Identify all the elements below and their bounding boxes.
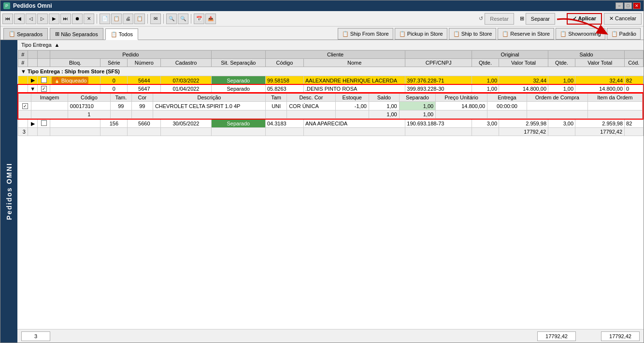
tab-todos[interactable]: 📋 Todos bbox=[105, 28, 138, 40]
row1-expand[interactable]: ▶ bbox=[28, 76, 37, 85]
nav-del-button[interactable]: ✕ bbox=[84, 14, 94, 24]
sub-data-row[interactable]: 00017310 99 99 CHEVROLET CELTA SPIRIT 1.… bbox=[19, 102, 643, 110]
row3-numero: 5660 bbox=[128, 119, 161, 128]
sub-row-ordem-compra bbox=[527, 102, 587, 110]
delivery-padrao[interactable]: 📋 Padrão bbox=[607, 28, 641, 40]
row3-cod: 82 bbox=[625, 119, 643, 128]
row2-checkbox[interactable] bbox=[41, 86, 47, 92]
delivery-ship-to-store[interactable]: 📋 Ship to Store bbox=[449, 28, 497, 40]
sub-totals-separado: 1,00 bbox=[399, 110, 435, 119]
delivery-showrooming[interactable]: 📋 Showrooming bbox=[556, 28, 605, 40]
table-row[interactable]: ▶ 🔥 Bloqueado 0 5644 07/03/2022 bbox=[18, 76, 643, 85]
row1-check[interactable] bbox=[38, 76, 50, 85]
row3-check[interactable] bbox=[38, 119, 50, 128]
sort-icon[interactable]: ▲ bbox=[55, 42, 60, 48]
zoom-out-icon[interactable]: 🔍 bbox=[178, 14, 188, 24]
sub-totals-spacer6 bbox=[266, 110, 287, 119]
table-row-expanded[interactable]: ▼ 0 5647 01/04/2022 Separado 05.8263 .DE… bbox=[18, 85, 643, 93]
status-bar: 3 17792,42 17792,42 bbox=[17, 329, 644, 343]
sub-row-check[interactable] bbox=[19, 102, 31, 110]
nav-prev-prev-button[interactable]: ◀ bbox=[14, 14, 25, 24]
row1-checkbox[interactable] bbox=[41, 77, 47, 83]
row2-sit: Separado bbox=[211, 85, 265, 93]
row3-checkbox[interactable] bbox=[41, 120, 47, 126]
row2-val-orig: 14.800,00 bbox=[499, 85, 548, 93]
export-icon[interactable]: 📤 bbox=[205, 14, 216, 24]
minimize-button[interactable]: − bbox=[615, 2, 623, 9]
delivery-pickup-in-store[interactable]: 📋 Pickup in Store bbox=[395, 28, 447, 40]
sub-totals-spacer12 bbox=[587, 110, 642, 119]
table-row[interactable]: ▶ 156 5660 30/05/2022 Separado 04.3183 A… bbox=[18, 119, 643, 128]
separate-icon: ⊞ bbox=[520, 15, 524, 22]
row3-cadastro: 30/05/2022 bbox=[161, 119, 212, 128]
row2-cadastro: 01/04/2022 bbox=[161, 85, 212, 93]
row3-qtd-saldo: 3,00 bbox=[548, 119, 575, 128]
th-qtd-saldo: Qtde. bbox=[548, 59, 575, 67]
zoom-in-icon[interactable]: 🔍 bbox=[166, 14, 177, 24]
sub-th-desc-cor: Desc. Cor bbox=[287, 94, 336, 102]
main-table: # Pedido Cliente Original Saldo bbox=[17, 50, 644, 136]
toolbar-separator-4 bbox=[191, 14, 191, 24]
tab-separados[interactable]: 📋 Separados bbox=[3, 28, 48, 40]
delivery-ship-from-store[interactable]: 📋 Ship From Store bbox=[338, 28, 393, 40]
sub-totals-spacer5 bbox=[153, 110, 265, 119]
nav-add-button[interactable]: ⏺ bbox=[72, 14, 83, 24]
separate-button[interactable]: Separar bbox=[526, 13, 555, 25]
delivery-reserve-in-store[interactable]: 📋 Reserve in Store bbox=[498, 28, 554, 40]
main-panel: Tipo Entrega ▲ bbox=[17, 40, 644, 343]
doc-icon[interactable]: 📄 bbox=[100, 14, 110, 24]
reset-icon: ↺ bbox=[479, 15, 483, 22]
nav-prev-button[interactable]: ◁ bbox=[26, 14, 36, 24]
sub-totals-spacer10 bbox=[487, 110, 527, 119]
show-label: Showrooming bbox=[568, 31, 601, 37]
sub-totals-saldo: 1,00 bbox=[369, 110, 399, 119]
row1-cpf: 397.376.228-71 bbox=[405, 76, 472, 85]
row2-numero: 5647 bbox=[128, 85, 161, 93]
sub-th-preco: Preço Unitário bbox=[436, 94, 487, 102]
nav-last-button[interactable]: ⏭ bbox=[60, 14, 71, 24]
totals-spacer13 bbox=[625, 128, 643, 136]
th-expand bbox=[28, 59, 37, 67]
th-spacer1 bbox=[28, 51, 37, 59]
cancelar-button[interactable]: ✕ Cancelar bbox=[604, 13, 642, 25]
row3-qtd-orig: 3,00 bbox=[472, 119, 499, 128]
close-button[interactable]: ✕ bbox=[633, 2, 641, 9]
aplicar-button[interactable]: ✓ Aplicar bbox=[567, 13, 602, 25]
th-val-orig: Valor Total bbox=[499, 59, 548, 67]
tab-nao-separados[interactable]: ⊞ Não Separados bbox=[50, 28, 103, 40]
calendar-icon[interactable]: 📅 bbox=[194, 14, 204, 24]
row1-nome: AALEXANDRE HENRIQUE LACERDA bbox=[303, 76, 405, 85]
nav-first-button[interactable]: ⏮ bbox=[2, 14, 13, 24]
window-title: Pedidos Omni bbox=[13, 2, 52, 9]
copy-icon[interactable]: 📋 bbox=[111, 14, 122, 24]
sub-checkbox[interactable] bbox=[22, 103, 28, 109]
row2-check[interactable] bbox=[38, 85, 50, 93]
totals-spacer12 bbox=[548, 128, 575, 136]
nav-next-next-button[interactable]: ▶ bbox=[49, 14, 59, 24]
totals-val2: 17792,42 bbox=[575, 128, 625, 136]
sub-totals-qty: 1 bbox=[68, 110, 110, 119]
sub-row-separado: 1,00 bbox=[399, 102, 435, 110]
sub-row-preco: 14.800,00 bbox=[436, 102, 487, 110]
row1-hash bbox=[18, 76, 28, 85]
pis-label: Pickup in Store bbox=[407, 31, 443, 37]
totals-spacer5 bbox=[128, 128, 161, 136]
reset-button[interactable]: Resetar bbox=[485, 13, 514, 25]
th-spacer2 bbox=[38, 51, 50, 59]
paste-icon[interactable]: 📋 bbox=[134, 14, 145, 24]
row2-expand[interactable]: ▼ bbox=[28, 85, 37, 93]
sub-totals-spacer8 bbox=[335, 110, 369, 119]
print-icon[interactable]: 🖨 bbox=[123, 14, 133, 24]
filter-label: Tipo Entrega bbox=[21, 42, 52, 48]
row3-expand[interactable]: ▶ bbox=[28, 119, 37, 128]
row3-codigo: 04.3183 bbox=[265, 119, 303, 128]
nav-next-button[interactable]: ▷ bbox=[37, 14, 48, 24]
email-icon[interactable]: ✉ bbox=[150, 14, 161, 24]
sub-row-saldo: 1,00 bbox=[369, 102, 399, 110]
table-container[interactable]: # Pedido Cliente Original Saldo bbox=[17, 50, 644, 329]
row1-cadastro: 07/03/2022 bbox=[161, 76, 212, 85]
maximize-button[interactable]: □ bbox=[624, 2, 632, 9]
th-spacer3 bbox=[211, 51, 265, 59]
bloqueado-label: Bloqueado bbox=[61, 78, 87, 83]
th-hash2: # bbox=[18, 59, 28, 67]
